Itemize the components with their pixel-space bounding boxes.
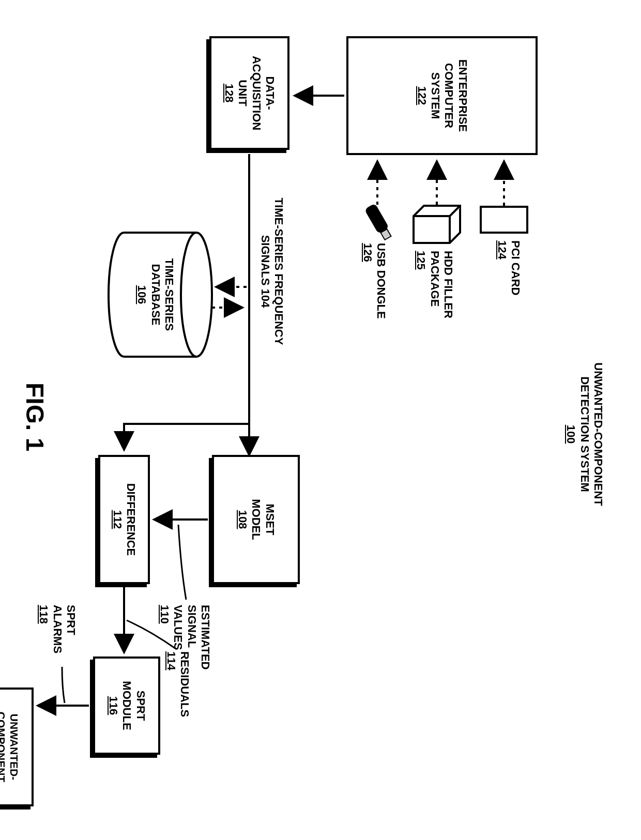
svg-rect-2 (380, 229, 391, 240)
tsfreq-l2: SIGNALS 104 (259, 235, 272, 308)
tsfreq-l1: TIME-SERIES FREQUENCY (272, 198, 285, 345)
diff-l1: DIFFERENCE (124, 483, 138, 556)
esv-l3: VALUES (172, 605, 185, 650)
detect-l2: COMPONENT (0, 712, 8, 783)
esv-l2: SIGNAL (186, 605, 199, 648)
svg-point-3 (181, 233, 212, 357)
hdd-l1: HDD FILLER (442, 251, 455, 318)
figure-caption: FIG. 1 (21, 383, 49, 451)
sprt-num: 116 (106, 696, 119, 715)
hdd-num: 125 (415, 251, 428, 270)
enterprise-box: ENTERPRISE COMPUTER SYSTEM 122 (346, 36, 538, 155)
sprt-box: SPRT MODULE 116 (93, 656, 160, 755)
alarms-l2: ALARMS (51, 605, 64, 653)
enterprise-l1: ENTERPRISE (455, 59, 469, 132)
alarms-l1: SPRT (65, 605, 78, 635)
tsdb-num: 106 (135, 285, 148, 304)
daq-l2: ACQUISITION (250, 56, 263, 130)
sprt-l1: SPRT (133, 691, 147, 721)
sprt-l2: MODULE (120, 681, 133, 730)
daq-num: 128 (222, 84, 236, 103)
pci-l1: PCI CARD (509, 240, 522, 295)
alarms-num: 118 (37, 605, 50, 624)
enterprise-l2: COMPUTER (442, 63, 455, 128)
svg-rect-1 (364, 203, 389, 234)
svg-rect-0 (481, 207, 527, 233)
detect-box: UNWANTED- COMPONENT DETECTION 120 (0, 688, 34, 806)
mset-l2: MODEL (249, 499, 263, 540)
daq-box: DATA- ACQUISITION UNIT 128 (209, 36, 289, 150)
tsdb-l2: DATABASE (149, 264, 162, 326)
tsdb-l1: TIME-SERIES (163, 258, 176, 331)
diff-num: 112 (111, 510, 124, 529)
resid-l1: RESIDUALS (178, 651, 191, 717)
enterprise-l3: SYSTEM (429, 72, 442, 119)
daq-l3: UNIT (236, 80, 249, 106)
title-line2: DETECTION SYSTEM (578, 376, 591, 492)
mset-num: 108 (235, 510, 249, 529)
esv-num: 110 (158, 605, 171, 624)
hdd-l2: PACKAGE (429, 251, 441, 307)
daq-l1: DATA- (263, 76, 277, 110)
title-num: 100 (564, 425, 577, 444)
usb-l1: USB DONGLE (375, 243, 388, 319)
mset-box: MSET MODEL 108 (212, 455, 300, 584)
resid-num: 114 (165, 651, 178, 670)
detect-l1: UNWANTED- (8, 714, 21, 780)
enterprise-num: 122 (415, 86, 428, 105)
usb-num: 126 (361, 243, 374, 262)
title-line1: UNWANTED-COMPONENT (592, 362, 605, 506)
mset-l1: MSET (263, 503, 276, 535)
pci-num: 124 (496, 240, 509, 259)
esv-l1: ESTIMATED (199, 605, 212, 669)
difference-box: DIFFERENCE 112 (98, 455, 150, 584)
